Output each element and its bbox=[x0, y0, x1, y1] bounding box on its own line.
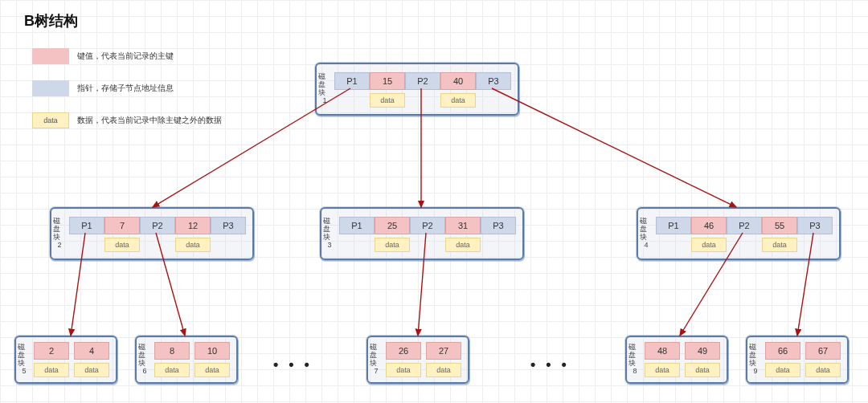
pointer-cell: P3 bbox=[481, 217, 516, 234]
key-swatch bbox=[32, 48, 69, 64]
block-label-2: 磁盘块2 bbox=[53, 214, 66, 254]
data-cell: data bbox=[370, 93, 405, 108]
pointer-cell: P3 bbox=[476, 72, 511, 90]
disk-block-1: 磁盘块1 P1 15 P2 40 P3 data data bbox=[315, 63, 519, 116]
disk-block-7: 磁盘块7 26 27 data data bbox=[366, 336, 469, 384]
legend-ptr-text: 指针，存储子节点地址信息 bbox=[77, 83, 174, 94]
disk-block-2: 磁盘块2 P1 7 P2 12 P3 data data bbox=[50, 207, 254, 260]
data-cell: data bbox=[104, 238, 140, 252]
data-cell: data bbox=[762, 238, 797, 252]
disk-block-5: 磁盘块5 2 4 data data bbox=[14, 336, 117, 384]
root-data-row: data data bbox=[334, 93, 511, 108]
key-cell: 7 bbox=[104, 217, 140, 234]
pointer-cell: P2 bbox=[405, 72, 440, 90]
root-keys-row: P1 15 P2 40 P3 bbox=[334, 72, 511, 90]
key-cell: 12 bbox=[175, 217, 211, 234]
data-cell: data bbox=[386, 363, 421, 377]
key-cell: 67 bbox=[805, 342, 841, 360]
key-cell: 15 bbox=[370, 72, 405, 90]
pointer-cell: P1 bbox=[69, 217, 104, 234]
data-cell: data bbox=[445, 238, 481, 252]
key-cell: 31 bbox=[445, 217, 481, 234]
disk-block-4: 磁盘块4 P1 46 P2 55 P3 data data bbox=[637, 207, 841, 260]
key-cell: 10 bbox=[194, 342, 230, 360]
key-cell: 2 bbox=[34, 342, 69, 360]
data-cell: data bbox=[34, 363, 69, 377]
data-cell: data bbox=[440, 93, 476, 108]
legend-key-text: 键值，代表当前记录的主键 bbox=[77, 51, 174, 62]
data-cell: data bbox=[645, 363, 680, 377]
ptr-swatch bbox=[32, 80, 69, 96]
legend-row-key: 键值，代表当前记录的主键 bbox=[32, 48, 222, 64]
pointer-cell: P1 bbox=[339, 217, 375, 234]
pointer-cell: P1 bbox=[334, 72, 370, 90]
pointer-cell: P2 bbox=[140, 217, 175, 234]
data-cell: data bbox=[375, 238, 410, 252]
key-cell: 49 bbox=[685, 342, 720, 360]
data-cell: data bbox=[805, 363, 841, 377]
disk-block-9: 磁盘块9 66 67 data data bbox=[746, 336, 849, 384]
svg-line-2 bbox=[492, 88, 736, 207]
pointer-cell: P1 bbox=[656, 217, 691, 234]
disk-block-6: 磁盘块6 8 10 data data bbox=[135, 336, 238, 384]
key-cell: 46 bbox=[691, 217, 727, 234]
pointer-cell: P3 bbox=[211, 217, 246, 234]
data-cell: data bbox=[74, 363, 109, 377]
data-cell: data bbox=[691, 238, 727, 252]
legend-data-text: 数据，代表当前记录中除主键之外的数据 bbox=[77, 115, 222, 126]
data-cell: data bbox=[765, 363, 800, 377]
legend-row-data: data 数据，代表当前记录中除主键之外的数据 bbox=[32, 112, 222, 128]
pointer-cell: P3 bbox=[797, 217, 833, 234]
key-cell: 40 bbox=[440, 72, 476, 90]
data-cell: data bbox=[154, 363, 190, 377]
key-cell: 26 bbox=[386, 342, 421, 360]
data-cell: data bbox=[175, 238, 211, 252]
data-cell: data bbox=[194, 363, 230, 377]
disk-block-3: 磁盘块3 P1 25 P2 31 P3 data data bbox=[320, 207, 524, 260]
data-swatch: data bbox=[32, 112, 69, 128]
ellipsis-icon: • • • bbox=[273, 356, 313, 373]
key-cell: 66 bbox=[765, 342, 800, 360]
data-cell: data bbox=[685, 363, 720, 377]
key-cell: 48 bbox=[645, 342, 680, 360]
pointer-cell: P2 bbox=[727, 217, 762, 234]
disk-block-8: 磁盘块8 48 49 data data bbox=[625, 336, 728, 384]
legend-row-ptr: 指针，存储子节点地址信息 bbox=[32, 80, 222, 96]
key-cell: 27 bbox=[426, 342, 461, 360]
key-cell: 8 bbox=[154, 342, 190, 360]
key-cell: 25 bbox=[375, 217, 410, 234]
ellipsis-icon: • • • bbox=[530, 356, 570, 373]
block-label-4: 磁盘块4 bbox=[640, 214, 653, 254]
key-cell: 4 bbox=[74, 342, 109, 360]
pointer-cell: P2 bbox=[410, 217, 445, 234]
key-cell: 55 bbox=[762, 217, 797, 234]
block-label-1: 磁盘块1 bbox=[318, 69, 331, 109]
legend: 键值，代表当前记录的主键 指针，存储子节点地址信息 data 数据，代表当前记录… bbox=[32, 48, 222, 145]
block-label-3: 磁盘块3 bbox=[323, 214, 336, 254]
diagram-title: B树结构 bbox=[24, 11, 78, 31]
data-cell: data bbox=[426, 363, 461, 377]
